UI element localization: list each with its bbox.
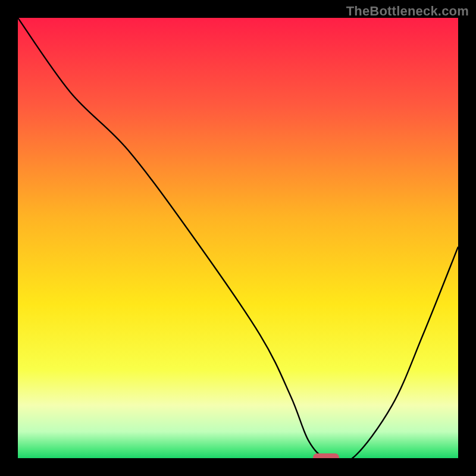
gradient-background [18,18,458,458]
optimal-marker [313,453,339,458]
outer-frame: TheBottleneck.com [0,0,476,476]
watermark-text: TheBottleneck.com [346,4,469,19]
plot-area [18,18,458,458]
bottleneck-chart [18,18,458,458]
